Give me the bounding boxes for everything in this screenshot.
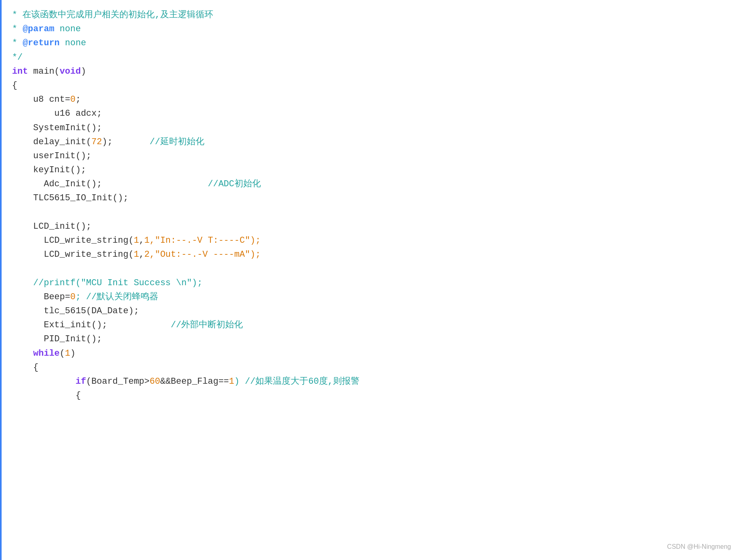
code-line: * @param none bbox=[12, 22, 727, 36]
code-line: SystemInit(); bbox=[12, 121, 727, 135]
code-line: userInit(); bbox=[12, 149, 727, 163]
left-border bbox=[0, 0, 2, 560]
code-line: { bbox=[12, 361, 727, 375]
code-line: Adc_Init(); //ADC初始化 bbox=[12, 177, 727, 191]
code-line: { bbox=[12, 389, 727, 403]
code-line bbox=[12, 205, 727, 220]
code-line: keyInit(); bbox=[12, 163, 727, 177]
code-line: LCD_write_string(1,1,"In:--.-V T:----C")… bbox=[12, 234, 727, 248]
watermark: CSDN @Hi-Ningmeng bbox=[667, 542, 731, 552]
code-line: u16 adcx; bbox=[12, 107, 727, 121]
code-container: * 在该函数中完成用户相关的初始化,及主逻辑循环* @param none* @… bbox=[0, 0, 739, 560]
code-block: * 在该函数中完成用户相关的初始化,及主逻辑循环* @param none* @… bbox=[8, 8, 727, 403]
code-line: while(1) bbox=[12, 346, 727, 361]
code-line: if(Board_Temp>60&&Beep_Flag==1) //如果温度大于… bbox=[12, 375, 727, 389]
code-line: tlc_5615(DA_Date); bbox=[12, 304, 727, 318]
code-line: delay_init(72); //延时初始化 bbox=[12, 135, 727, 149]
code-line: LCD_write_string(1,2,"Out:--.-V ----mA")… bbox=[12, 248, 727, 262]
code-line: u8 cnt=0; bbox=[12, 93, 727, 107]
code-line: { bbox=[12, 79, 727, 93]
code-line: Beep=0; //默认关闭蜂鸣器 bbox=[12, 290, 727, 304]
code-line: PID_Init(); bbox=[12, 332, 727, 346]
code-line: */ bbox=[12, 50, 727, 64]
code-line: TLC5615_IO_Init(); bbox=[12, 191, 727, 205]
code-line bbox=[12, 262, 727, 276]
code-line: int main(void) bbox=[12, 64, 727, 79]
code-line: LCD_init(); bbox=[12, 220, 727, 234]
code-line: * @return none bbox=[12, 36, 727, 50]
code-line: Exti_init(); //外部中断初始化 bbox=[12, 318, 727, 332]
code-line: * 在该函数中完成用户相关的初始化,及主逻辑循环 bbox=[12, 8, 727, 22]
code-line: //printf("MCU Init Success \n"); bbox=[12, 276, 727, 290]
